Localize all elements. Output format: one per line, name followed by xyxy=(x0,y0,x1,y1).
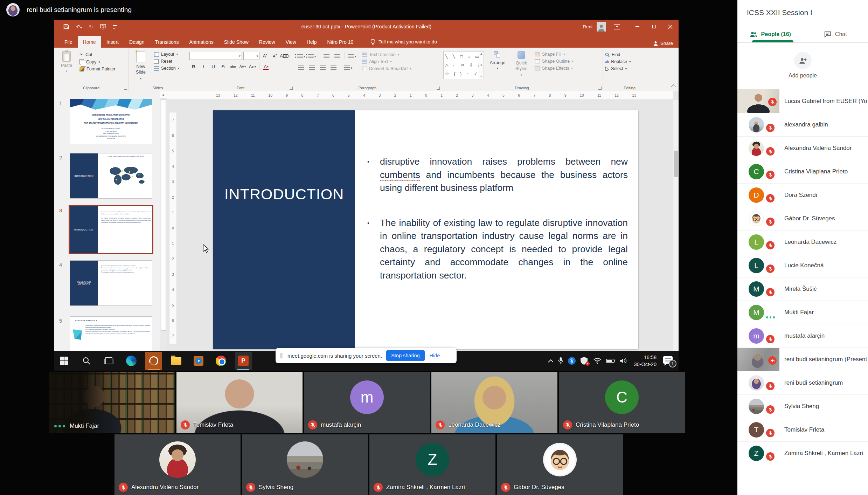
mic-muted-icon[interactable] xyxy=(768,98,777,106)
battery-icon[interactable] xyxy=(606,358,615,363)
mic-muted-icon[interactable] xyxy=(766,194,775,202)
video-tile[interactable]: Leonarda Dacewicz xyxy=(431,372,557,433)
video-tile[interactable]: m mustafa alarçin xyxy=(304,372,430,433)
participant-row[interactable]: L Lucie Konečná xyxy=(737,254,868,277)
numbering-button[interactable]: ▾ xyxy=(307,52,317,60)
layout-button[interactable]: Layout▾ xyxy=(154,52,179,57)
save-icon[interactable] xyxy=(63,24,69,29)
tab-chat[interactable]: Chat xyxy=(803,26,868,42)
format-painter-button[interactable]: Format Painter xyxy=(79,67,116,71)
slide-canvas[interactable]: INTRODUCTION disruptive innovation raise… xyxy=(213,110,638,349)
mic-muted-icon[interactable] xyxy=(766,288,775,296)
mic-muted-icon[interactable] xyxy=(766,405,775,414)
participant-row[interactable]: M Mirela Šušić xyxy=(737,277,868,301)
mic-muted-icon[interactable] xyxy=(766,218,775,226)
tell-me-box[interactable]: Tell me what you want to do xyxy=(370,36,437,48)
audio-muted-icon[interactable] xyxy=(768,356,777,365)
screen-recorder-app-icon[interactable] xyxy=(145,352,162,370)
video-tile[interactable]: Z Zamira Shkreli , Karmen Lazri xyxy=(369,434,495,495)
tab-review[interactable]: Review xyxy=(254,36,280,48)
bullets-button[interactable]: ▾ xyxy=(296,52,306,60)
mic-muted-icon[interactable] xyxy=(766,382,775,390)
tab-people[interactable]: People (16) xyxy=(737,26,803,42)
participant-row[interactable]: alexandra galbin xyxy=(737,113,868,136)
mic-muted-icon[interactable] xyxy=(766,264,775,273)
find-button[interactable]: Find xyxy=(605,52,654,57)
tab-slide-show[interactable]: Slide Show xyxy=(219,36,254,48)
video-tile[interactable]: Mukti Fajar xyxy=(49,372,175,433)
media-player-icon[interactable] xyxy=(190,352,207,370)
clear-formatting-button[interactable]: A⌦ xyxy=(280,52,289,60)
shape-outline-button[interactable]: Shape Outline▾ xyxy=(535,59,574,64)
strikethrough-button[interactable]: S xyxy=(219,63,227,70)
video-tile[interactable]: Sylvia Sheng xyxy=(242,434,368,495)
mic-muted-icon[interactable] xyxy=(766,171,775,179)
ribbon-display-options-icon[interactable] xyxy=(614,24,620,29)
participant-row[interactable]: D Dora Szendi xyxy=(737,183,868,207)
start-slideshow-icon[interactable] xyxy=(100,24,106,29)
cut-button[interactable]: ✂Cut xyxy=(79,52,116,57)
align-right-button[interactable] xyxy=(318,64,327,72)
font-size-select[interactable]: ▾ xyxy=(243,52,259,60)
arrange-button[interactable]: Arrange▾ xyxy=(487,49,508,79)
paragraph-dialog-launcher[interactable] xyxy=(437,87,440,90)
mic-muted-icon[interactable] xyxy=(766,452,775,461)
participant-row[interactable]: Sylvia Sheng xyxy=(737,394,868,418)
slide-thumbnail-4[interactable]: RESEARCH METHODS This research used juri… xyxy=(70,260,152,306)
mic-muted-icon[interactable] xyxy=(766,147,775,156)
section-button[interactable]: Section▾ xyxy=(154,66,179,71)
add-people-button[interactable]: Add people xyxy=(737,52,868,79)
quick-styles-button[interactable]: Quick Styles▾ xyxy=(511,49,532,79)
account-name[interactable]: Reni xyxy=(583,24,592,29)
shape-effects-button[interactable]: Shape Effects▾ xyxy=(535,66,574,71)
powerpoint-taskbar-icon[interactable]: P xyxy=(235,352,252,370)
align-center-button[interactable] xyxy=(307,64,317,72)
close-button[interactable] xyxy=(662,20,679,33)
clipboard-dialog-launcher[interactable] xyxy=(124,87,127,90)
tab-transitions[interactable]: Transitions xyxy=(150,36,184,48)
decrease-indent-button[interactable] xyxy=(322,52,331,60)
drag-handle-icon[interactable] xyxy=(280,353,283,358)
shapes-gallery[interactable]: ╲ ╲ □ ○ ▭ △ ⌐ ⇨ ⇩ ⌂ ☆ { } ~ ✓ ▲▼≡ xyxy=(443,51,484,79)
replace-button[interactable]: abReplace▾ xyxy=(605,59,654,64)
search-icon[interactable] xyxy=(78,352,95,370)
align-left-button[interactable] xyxy=(296,64,306,72)
participant-row[interactable]: Alexandra Valéria Sándor xyxy=(737,136,868,160)
font-name-select[interactable]: ▾ xyxy=(189,52,242,60)
text-direction-button[interactable]: Text Direction▾ xyxy=(362,52,411,57)
tab-help[interactable]: Help xyxy=(301,36,322,48)
minimize-button[interactable] xyxy=(629,20,646,33)
participant-row[interactable]: Gábor Dr. Süveges xyxy=(737,207,868,230)
video-tile[interactable]: Alexandra Valéria Sándor xyxy=(114,434,241,495)
convert-smartart-button[interactable]: Convert to SmartArt▾ xyxy=(362,66,411,71)
bluetooth-icon[interactable] xyxy=(568,357,576,365)
restore-button[interactable] xyxy=(646,20,662,33)
participant-row[interactable]: reni budi setianingrum xyxy=(737,371,868,394)
underline-button[interactable]: U xyxy=(209,63,217,70)
stop-sharing-button[interactable]: Stop sharing xyxy=(386,350,424,361)
participant-row[interactable]: T Tomislav Frleta xyxy=(737,418,868,441)
tray-chevron-icon[interactable] xyxy=(548,359,554,363)
customize-qat-icon[interactable]: ▬▾ xyxy=(113,23,117,30)
start-button[interactable] xyxy=(56,352,72,370)
reset-button[interactable]: Reset xyxy=(154,59,179,64)
participant-row[interactable]: C Cristina Vilaplana Prieto xyxy=(737,160,868,183)
defender-icon[interactable]: ✕ xyxy=(580,357,589,365)
video-tile[interactable]: Gábor Dr. Süveges xyxy=(497,434,623,495)
wifi-icon[interactable] xyxy=(593,358,602,364)
font-color-button[interactable]: A▾ xyxy=(262,63,270,70)
tab-insert[interactable]: Insert xyxy=(101,36,124,48)
bold-button[interactable]: B xyxy=(189,63,198,70)
slide-thumbnail-5[interactable]: RESEARCH RESULT Various policy models fo… xyxy=(70,316,152,351)
paste-button[interactable]: Paste▾ xyxy=(56,49,77,84)
file-explorer-icon[interactable] xyxy=(168,352,185,370)
tab-design[interactable]: Design xyxy=(124,36,150,48)
canvas-scrollbar[interactable] xyxy=(673,100,679,351)
increase-indent-button[interactable] xyxy=(333,52,342,60)
drawing-dialog-launcher[interactable] xyxy=(598,87,602,90)
task-view-icon[interactable] xyxy=(100,352,117,370)
select-button[interactable]: Select▾ xyxy=(605,66,654,71)
subscript-button[interactable]: abc xyxy=(229,63,237,70)
scrollbar-thumb[interactable] xyxy=(161,99,166,331)
tab-home[interactable]: Home xyxy=(78,36,101,48)
